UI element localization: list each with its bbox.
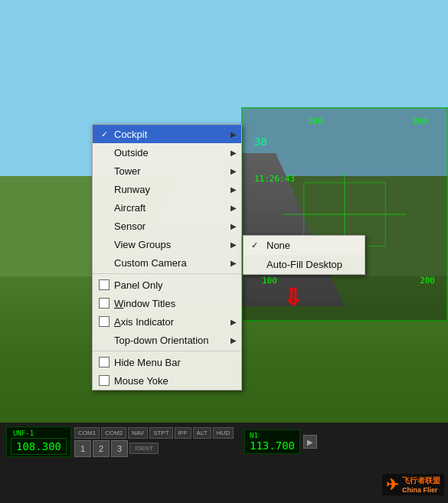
com2-button[interactable]: COM2 xyxy=(101,427,126,439)
menu-item-runway[interactable]: Runway ▶ xyxy=(93,180,241,198)
outside-arrow: ▶ xyxy=(231,149,237,157)
cockpit-arrow: ▶ xyxy=(231,130,237,139)
window-titles-label: Window Titles xyxy=(114,298,175,309)
panel-only-label: Panel Only xyxy=(114,279,163,291)
menu-item-window-titles[interactable]: Window Titles xyxy=(93,294,241,312)
stpt-button[interactable]: STPT xyxy=(149,427,172,439)
tower-arrow: ▶ xyxy=(231,167,237,175)
menu-item-mouse-yoke[interactable]: Mouse Yoke xyxy=(93,371,241,390)
top-buttons: COM1 COM2 NAV STPT IFF ALT HUD xyxy=(74,427,234,439)
viewgroups-submenu: ✓ None Auto-Fill Desktop xyxy=(243,235,365,275)
freq1-display: UNF-1 108.300 xyxy=(6,426,71,457)
submenu-item-none[interactable]: ✓ None xyxy=(244,236,365,255)
aircraft-label: Aircraft xyxy=(114,202,146,214)
n1-label: N1 xyxy=(250,432,295,439)
separator2 xyxy=(93,351,241,351)
menu-item-topdown[interactable]: Top-down Orientation ▶ xyxy=(93,331,241,349)
menu-item-tower[interactable]: Tower ▶ xyxy=(93,162,241,180)
cockpit-checkmark: ✓ xyxy=(99,129,110,139)
menu-item-panel-only[interactable]: Panel Only xyxy=(93,276,241,294)
submenu-item-autofill[interactable]: Auto-Fill Desktop xyxy=(244,255,365,274)
mouse-yoke-checkbox[interactable] xyxy=(99,375,110,386)
n1-display: N1 113.700 xyxy=(244,430,300,454)
hide-menubar-checkbox[interactable] xyxy=(99,357,110,367)
com1-button[interactable]: COM1 xyxy=(74,427,100,439)
none-checkmark: ✓ xyxy=(251,240,263,251)
menu-item-sensor[interactable]: Sensor ▶ xyxy=(93,217,241,235)
outside-label: Outside xyxy=(114,147,149,158)
autofill-spacer xyxy=(251,260,263,270)
menu-item-axis-indicator[interactable]: Axis Indicator ▶ xyxy=(93,312,241,331)
menu-item-aircraft[interactable]: Aircraft ▶ xyxy=(93,198,241,217)
viewgroups-label: View Groups xyxy=(114,239,171,250)
num-3-button[interactable]: 3 xyxy=(111,440,128,457)
sensor-label: Sensor xyxy=(114,220,146,232)
num-1-button[interactable]: 1 xyxy=(74,440,91,457)
cockpit-bottom-panel: UNF-1 108.300 COM1 COM2 NAV STPT IFF ALT… xyxy=(0,423,448,503)
custom-arrow: ▶ xyxy=(231,259,237,267)
num-2-button[interactable]: 2 xyxy=(93,440,110,457)
iff-button[interactable]: IFF xyxy=(175,427,191,439)
runway-arrow: ▶ xyxy=(231,185,237,194)
china-flier-watermark: ✈ 飞行者联盟 China Flier xyxy=(382,474,444,495)
custom-camera-label: Custom Camera xyxy=(114,257,187,269)
alt-button[interactable]: ALT xyxy=(193,427,211,439)
view-menu: ✓ Cockpit ▶ Outside ▶ Tower ▶ Runway ▶ A… xyxy=(92,124,242,390)
window-titles-checkbox[interactable] xyxy=(99,298,110,309)
nav-button[interactable]: NAV xyxy=(128,427,148,439)
topdown-label: Top-down Orientation xyxy=(114,335,209,346)
axis-arrow: ▶ xyxy=(231,318,237,326)
runway-label: Runway xyxy=(114,184,150,195)
viewgroups-arrow: ▶ xyxy=(231,240,237,249)
menu-item-outside[interactable]: Outside ▶ xyxy=(93,143,241,162)
red-arrow-indicator: ⇧ xyxy=(283,283,302,310)
freq1-value: 108.300 xyxy=(11,438,67,455)
china-flier-subtext: China Flier xyxy=(402,486,440,494)
aircraft-icon: ✈ xyxy=(386,475,399,494)
sensor-arrow: ▶ xyxy=(231,222,237,230)
hide-menubar-label: Hide Menu Bar xyxy=(114,357,181,368)
hud-display: 200 200 38 11:26:43 100 200 xyxy=(241,107,448,322)
tower-label: Tower xyxy=(114,165,141,177)
none-label: None xyxy=(267,240,290,251)
n1-value: 113.700 xyxy=(250,439,295,452)
menu-item-cockpit[interactable]: ✓ Cockpit ▶ xyxy=(93,125,241,143)
freq1-label: UNF-1 xyxy=(11,429,67,438)
num-buttons-row: 1 2 3 IDENT xyxy=(74,440,234,457)
menu-item-hide-menubar[interactable]: Hide Menu Bar xyxy=(93,353,241,371)
separator1 xyxy=(93,273,241,274)
autofill-label: Auto-Fill Desktop xyxy=(267,259,342,270)
aircraft-arrow: ▶ xyxy=(231,204,237,212)
menu-item-view-groups[interactable]: View Groups ▶ ✓ None Auto-Fill Desktop xyxy=(93,235,241,253)
topdown-arrow: ▶ xyxy=(231,336,237,345)
menu-item-custom-camera[interactable]: Custom Camera ▶ xyxy=(93,253,241,272)
panel-only-checkbox[interactable] xyxy=(99,279,110,290)
axis-indicator-label: Axis Indicator xyxy=(114,316,174,328)
cockpit-label: Cockpit xyxy=(114,129,147,140)
play-button[interactable]: ▶ xyxy=(303,435,317,449)
chinese-text: 飞行者联盟 xyxy=(402,475,440,486)
ident-button[interactable]: IDENT xyxy=(129,443,159,454)
axis-indicator-checkbox[interactable] xyxy=(99,316,110,327)
hud-button[interactable]: HUD xyxy=(213,427,234,439)
panel-button-group: COM1 COM2 NAV STPT IFF ALT HUD 1 2 3 IDE… xyxy=(74,427,234,457)
mouse-yoke-label: Mouse Yoke xyxy=(114,375,168,387)
hud-crosshair xyxy=(243,109,446,320)
china-flier-text: 飞行者联盟 China Flier xyxy=(402,475,440,494)
instrument-row: UNF-1 108.300 COM1 COM2 NAV STPT IFF ALT… xyxy=(0,423,448,461)
